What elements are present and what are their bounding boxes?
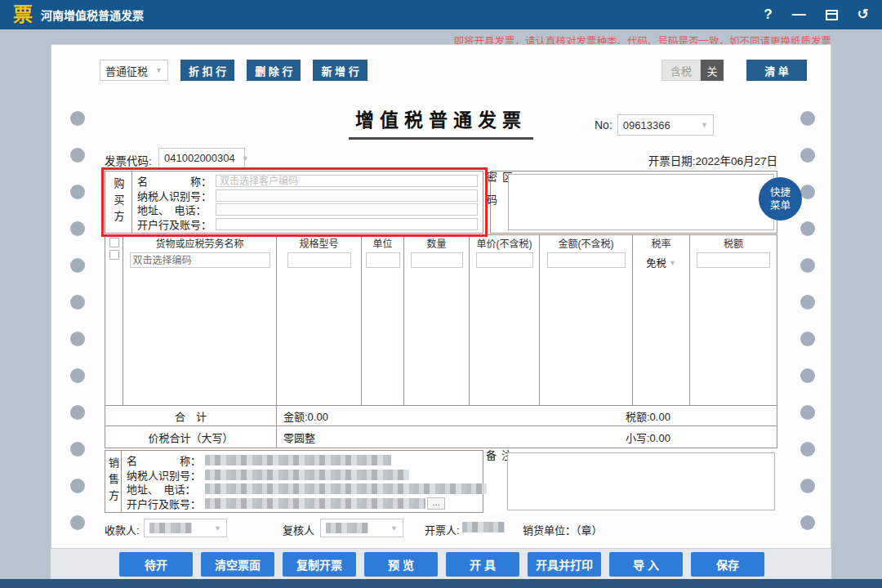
totals-amount: 金额:0.00 — [277, 408, 328, 424]
feed-hole — [800, 221, 815, 236]
invoice-no-select[interactable]: 09613366 ▼ — [617, 114, 714, 136]
seller-address-row: 地址、 电话： — [127, 482, 487, 496]
restore-window-icon[interactable] — [826, 10, 838, 20]
seller-seal-label: 销货单位：（章） — [523, 522, 603, 537]
drawer-label: 开票人: — [425, 522, 460, 537]
tax-included-label: 含税 — [662, 60, 701, 81]
row-checkbox[interactable] — [109, 250, 119, 260]
invoice-code-value: 041002000304 — [164, 152, 235, 164]
feed-hole — [70, 332, 85, 346]
buyer-fields: 名 称： 纳税人识别号： 地址、 电话： 开户行及账号： — [132, 172, 483, 233]
feed-hole — [800, 479, 815, 493]
total-words-value: 零圆整 — [277, 430, 315, 445]
column-tax: 税额 — [690, 235, 777, 405]
feed-hole — [800, 258, 815, 273]
totals-label: 合 计 — [105, 406, 277, 425]
toolbar-left: 普通征税 ▼ 折 扣 行 删 除 行 新 增 行 — [100, 60, 368, 81]
reviewer-select[interactable]: ▼ — [320, 519, 403, 537]
invoice-title: 增值税普通发票 — [349, 105, 533, 140]
column-spec: 规格型号 — [277, 235, 362, 405]
import-button[interactable]: 导 入 — [609, 552, 683, 577]
quantity-input[interactable] — [411, 252, 463, 268]
select-all-checkbox[interactable] — [109, 238, 119, 247]
total-words-row: 价税合计（大写） 零圆整 小写:0.00 — [105, 426, 777, 448]
tax-mode-select[interactable]: 普通征税 ▼ — [100, 60, 168, 81]
invoice-code-select[interactable]: 041002000304 ▼ — [158, 148, 245, 168]
seller-side-label: 销售方 — [105, 451, 122, 512]
column-checkbox — [105, 235, 123, 405]
payee-select[interactable]: ▼ — [144, 519, 227, 537]
tax-mode-value: 普通征税 — [105, 63, 148, 78]
column-quantity: 数量 — [404, 235, 470, 405]
column-amount: 金额(不含税) — [540, 235, 633, 405]
feed-holes-right — [800, 111, 815, 530]
reviewer-label: 复核人 — [283, 522, 314, 537]
seller-fields: 名 称： 纳税人识别号： 地址、 电话： 开户行及账号： … — [122, 451, 492, 512]
titlebar: 票 河南增值税普通发票 ? — ↺ — [0, 0, 882, 29]
password-area: 密码区 — [490, 171, 777, 234]
buyer-name-input[interactable] — [216, 175, 478, 187]
unit-input[interactable] — [366, 252, 400, 268]
feed-hole — [70, 405, 85, 420]
app-logo-icon: 票 — [13, 0, 33, 29]
column-unit: 单位 — [362, 235, 404, 405]
tax-rate-value: 免税 — [646, 255, 666, 270]
quick-menu-line1: 快捷 — [770, 186, 791, 199]
help-icon[interactable]: ? — [764, 7, 772, 23]
tax-included-toggle[interactable]: 关 — [701, 60, 724, 81]
buyer-address-input[interactable] — [216, 203, 478, 216]
copy-invoice-button[interactable]: 复制开票 — [283, 552, 356, 577]
feed-hole — [70, 442, 85, 457]
unit-price-input[interactable] — [476, 252, 533, 268]
buyer-bank-input[interactable] — [216, 218, 478, 230]
delete-row-button[interactable]: 删 除 行 — [247, 60, 301, 81]
feed-hole — [70, 368, 85, 383]
buyer-bank-row: 开户行及账号： — [137, 217, 478, 231]
sign-row: 收款人: ▼ 复核人 ▼ 开票人: 销货单位：（章） — [105, 518, 777, 539]
buyer-section: 购买方 名 称： 纳税人识别号： 地址、 电话： 开户行及账号： — [105, 171, 483, 234]
seller-bank-redacted — [205, 498, 425, 509]
payee-redacted — [149, 523, 192, 533]
drawer-redacted — [462, 522, 505, 532]
buyer-taxid-label: 纳税人识别号： — [137, 188, 216, 203]
remark-section: 备注 — [490, 450, 777, 513]
feed-hole — [70, 148, 85, 163]
column-unit-price: 单价(不含税) — [470, 235, 540, 405]
chevron-down-icon: ▼ — [149, 66, 163, 74]
buyer-bank-label: 开户行及账号： — [137, 216, 216, 232]
action-bar: 待开 清空票面 复制开票 预 览 开 具 开具并打印 导 入 保存 — [51, 549, 831, 579]
list-button[interactable]: 清 单 — [746, 60, 807, 81]
spec-input[interactable] — [287, 252, 351, 268]
app-window: 票 河南增值税普通发票 ? — ↺ 即将开具发票，请认真核对发票种类、代码、号码… — [0, 0, 882, 588]
payee-label: 收款人: — [105, 522, 140, 537]
seller-bank-more-button[interactable]: … — [427, 497, 445, 510]
issue-button[interactable]: 开 具 — [446, 552, 519, 577]
goods-name-input[interactable] — [130, 252, 270, 268]
seller-bank-label: 开户行及账号： — [127, 496, 205, 511]
clear-form-button[interactable]: 清空票面 — [201, 552, 274, 577]
amount-input[interactable] — [547, 252, 626, 268]
seller-name-row: 名 称： — [127, 453, 487, 467]
pending-button[interactable]: 待开 — [119, 552, 193, 577]
minimize-icon[interactable]: — — [792, 7, 806, 23]
password-area-label: 密码区 — [491, 172, 507, 233]
tax-input[interactable] — [697, 252, 770, 268]
back-icon[interactable]: ↺ — [858, 7, 869, 23]
tax-rate-select[interactable]: 免税 ▼ — [646, 255, 676, 270]
feed-hole — [800, 442, 815, 457]
seller-bank-row: 开户行及账号： … — [127, 497, 487, 510]
quick-menu-button[interactable]: 快捷 菜单 — [759, 177, 802, 220]
issue-and-print-button[interactable]: 开具并打印 — [528, 552, 601, 577]
add-row-button[interactable]: 新 增 行 — [313, 60, 367, 81]
buyer-address-label: 地址、 电话： — [137, 202, 216, 217]
seller-taxid-redacted — [205, 470, 409, 480]
feed-hole — [70, 515, 85, 530]
buyer-address-row: 地址、 电话： — [137, 203, 478, 216]
discount-row-button[interactable]: 折 扣 行 — [180, 60, 234, 81]
save-button[interactable]: 保存 — [691, 552, 764, 577]
buyer-taxid-input[interactable] — [216, 189, 478, 202]
feed-hole — [70, 258, 85, 273]
feed-hole — [70, 111, 85, 126]
remark-box[interactable] — [507, 452, 775, 510]
preview-button[interactable]: 预 览 — [364, 552, 438, 577]
